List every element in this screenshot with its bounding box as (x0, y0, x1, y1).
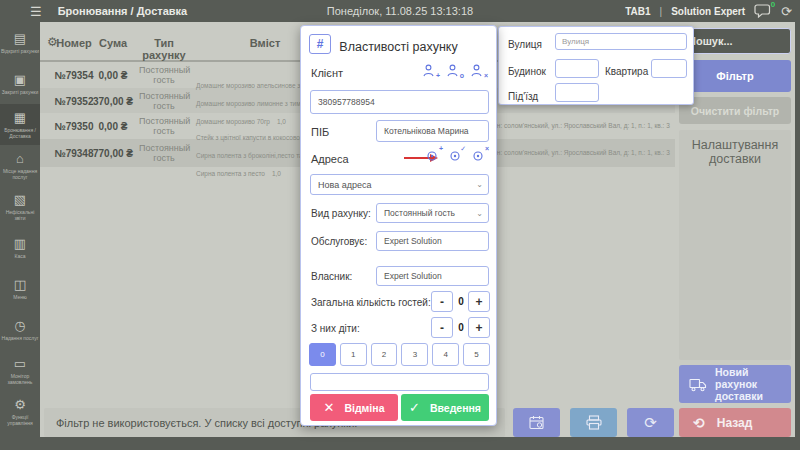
delivery-settings-title: Налаштування доставки (679, 130, 791, 166)
fullname-label: ПІБ (311, 126, 329, 138)
client-clear-icon[interactable]: × (471, 64, 486, 78)
address-label: Адреса (311, 153, 349, 165)
printer-icon (586, 415, 602, 430)
new-delivery-account-button[interactable]: Новий рахунок доставки (679, 365, 791, 403)
address-popup: Вулиця Будинок Квартира Під'їзд (498, 26, 694, 105)
house-input[interactable] (555, 59, 599, 78)
gear-icon: ⚙ (14, 398, 26, 412)
chip-5[interactable]: 5 (463, 343, 490, 366)
account-sum: 770,00 ₴ (88, 148, 138, 159)
client-select-icon[interactable]: o (447, 64, 462, 78)
filter-button[interactable]: Фільтр (679, 60, 791, 92)
sidebar-item-menu[interactable]: ◫ Меню (0, 268, 40, 309)
terminal-tab-label: TAB1 (625, 6, 650, 17)
chevron-down-icon: ⌄ (476, 180, 483, 189)
street-label: Вулиця (508, 39, 542, 50)
refresh-button[interactable]: ⟳ (627, 408, 674, 437)
owner-field[interactable]: Expert Solution (376, 266, 489, 286)
sidebar-item-nonfiscal-reports[interactable]: ▧ Нефіскальні звіти (0, 186, 40, 227)
column-header-sum: Сума (88, 37, 138, 49)
apartment-label: Квартира (605, 66, 648, 77)
top-bar: ☰ Бронювання / Доставка Понеділок, 11.08… (0, 0, 800, 22)
sidebar-item-service-provision[interactable]: ◷ Надання послуг (0, 309, 40, 350)
account-type-label: Вид рахунку: (311, 208, 371, 219)
sidebar-item-booking-delivery[interactable]: ▦ Бронювання / Доставка (0, 104, 40, 145)
back-button[interactable]: ⟲ Назад (679, 408, 791, 437)
guests-plus-button[interactable]: + (468, 291, 490, 312)
menu-book-icon: ◫ (14, 278, 26, 292)
account-type-select[interactable]: Постоянный гость ⌄ (376, 203, 489, 223)
cancel-x-icon: ✕ (324, 400, 335, 415)
open-accounts-icon: ▤ (14, 32, 26, 46)
reports-icon: ▧ (14, 193, 26, 207)
chat-icon[interactable]: 0 (754, 4, 772, 19)
monitor-icon: ▭ (14, 357, 26, 371)
reservation-calendar-button[interactable] (513, 408, 560, 437)
chevron-down-icon: ⌄ (476, 209, 483, 218)
separator: | (660, 6, 663, 17)
service-clock-icon: ◷ (14, 319, 25, 333)
serves-label: Обслуговує: (311, 236, 367, 247)
children-minus-button[interactable]: - (431, 317, 453, 338)
children-value: 0 (454, 322, 468, 333)
fullname-field[interactable]: Котельнікова Марина (376, 120, 489, 142)
account-sum: 370,00 ₴ (88, 95, 138, 106)
chip-1[interactable]: 1 (340, 343, 367, 366)
account-type: Постоянныйгость (139, 65, 189, 85)
account-type: Постоянныйгость (139, 116, 189, 136)
column-header-type: Тип рахунку (139, 37, 189, 61)
apartment-input[interactable] (651, 59, 687, 78)
guest-count-chips: 0 1 2 3 4 5 (309, 343, 490, 366)
address-select[interactable]: Нова адреса ⌄ (310, 174, 489, 195)
delivery-settings-panel: Налаштування доставки (679, 130, 791, 360)
cancel-button[interactable]: ✕ Відміна (310, 394, 398, 421)
total-guests-label: Загальна кількість гостей: (311, 297, 431, 308)
search-input[interactable] (679, 28, 791, 54)
account-properties-modal: # Властивості рахунку Клієнт + o × 38095… (300, 25, 497, 426)
confirm-check-icon: ✓ (409, 400, 420, 415)
chat-badge: 0 (771, 0, 775, 9)
cash-register-icon: ▥ (14, 237, 26, 251)
children-plus-button[interactable]: + (468, 317, 490, 338)
chip-4[interactable]: 4 (432, 343, 459, 366)
print-button[interactable] (570, 408, 617, 437)
client-phone-field[interactable]: 380957788954 (310, 90, 489, 114)
modal-title: Властивості рахунку (301, 40, 496, 54)
address-add-icon[interactable]: + (426, 149, 440, 163)
entrance-label: Під'їзд (508, 91, 538, 102)
house-label: Будинок (508, 66, 546, 77)
serves-field[interactable]: Expert Solution (376, 231, 489, 251)
service-place-icon: ⌂ (16, 152, 24, 166)
sidebar-item-open-accounts[interactable]: ▤ Відкриті рахунки (0, 22, 40, 63)
client-label: Клієнт (311, 67, 343, 79)
calendar-icon (529, 415, 545, 430)
user-name: Solution Expert (671, 6, 745, 17)
chip-0[interactable]: 0 (309, 343, 336, 366)
address-edit-icon[interactable]: ✓ (449, 149, 463, 163)
owner-label: Власник: (311, 271, 352, 282)
children-label: З них діти: (311, 323, 360, 334)
sync-icon[interactable]: ⟳ (781, 4, 792, 19)
chip-3[interactable]: 3 (401, 343, 428, 366)
account-type: Постоянныйгость (139, 91, 189, 111)
comment-input[interactable] (310, 373, 489, 391)
confirm-button[interactable]: ✓ Введення (401, 394, 489, 421)
clear-filter-button[interactable]: Очистити фільтр (679, 97, 791, 124)
account-sum: 0,00 ₴ (88, 121, 138, 132)
client-add-icon[interactable]: + (423, 64, 438, 78)
back-arrow-icon: ⟲ (693, 415, 705, 431)
street-input[interactable] (555, 33, 687, 50)
sidebar-item-order-monitor[interactable]: ▭ Монітор замовлень (0, 350, 40, 391)
account-type: Постоянныйгость (139, 143, 189, 163)
sidebar-item-service-place[interactable]: ⌂ Місце надання послуг (0, 145, 40, 186)
booking-delivery-icon: ▦ (14, 111, 26, 125)
chip-2[interactable]: 2 (371, 343, 398, 366)
sidebar-item-cash-register[interactable]: ▥ Каса (0, 227, 40, 268)
entrance-input[interactable] (555, 83, 599, 102)
guests-minus-button[interactable]: - (431, 291, 453, 312)
sidebar-item-management[interactable]: ⚙ Функції управління (0, 391, 40, 432)
refresh-icon: ⟳ (644, 414, 657, 432)
address-delete-icon[interactable]: × (472, 149, 486, 163)
account-sum: 0,00 ₴ (88, 70, 138, 81)
sidebar-item-closed-accounts[interactable]: ▣ Закриті рахунки (0, 63, 40, 104)
